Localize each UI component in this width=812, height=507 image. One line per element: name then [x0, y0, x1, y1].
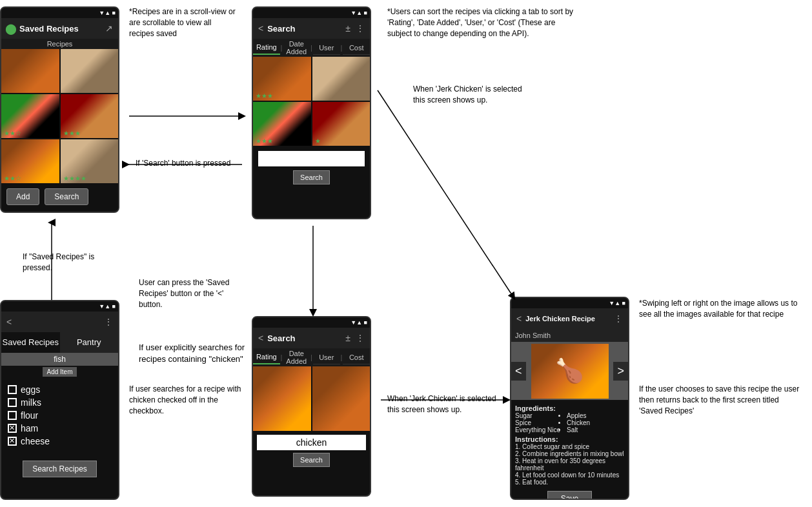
label-cheese: cheese — [21, 436, 50, 446]
ingredient-chicken: Chicken — [567, 419, 590, 426]
signal-icon-4: ▼▲ ■ — [99, 303, 116, 310]
back-icon-4[interactable]: < — [5, 315, 13, 328]
annotation-jerk-chicken-bottom: When 'Jerk Chicken' is selected this scr… — [387, 393, 500, 415]
annotation-top-left: *Recipes are in a scroll-view or are scr… — [129, 6, 236, 39]
status-bar-5: ▼▲ ■ — [511, 298, 628, 308]
food-image-soup — [61, 49, 119, 93]
arrow-screen2-down — [303, 223, 323, 319]
recipe-grid-1: ★★☆ ★★★ ★★☆ ★★★★ — [1, 49, 118, 183]
tab-rating-3[interactable]: Rating — [253, 350, 280, 364]
menu-icon-5[interactable]: ⋮ — [613, 312, 624, 325]
annotation-saved-or-back: User can press the 'Saved Recipes' butto… — [139, 277, 242, 310]
instructions-title: Instructions: — [515, 435, 624, 443]
screen5-recipe-detail: ▼▲ ■ < Jerk Chicken Recipe ⋮ John Smith … — [510, 297, 629, 500]
checkbox-flour[interactable] — [8, 411, 17, 420]
search-cell-2[interactable] — [312, 57, 370, 101]
search-submit-top[interactable]: Search — [293, 170, 330, 184]
tab-date-added[interactable]: Date Added — [283, 37, 310, 59]
chicken-cell-1[interactable] — [253, 366, 311, 431]
menu-icon-3[interactable]: ⋮ — [354, 332, 366, 344]
tab-cost[interactable]: Cost — [343, 41, 370, 55]
android-icon: ⬤ — [5, 23, 17, 35]
search-input-top[interactable] — [258, 151, 365, 166]
ingredients-right: Apples Chicken Salt — [567, 412, 590, 433]
checkbox-ham[interactable] — [8, 424, 17, 433]
checklist: eggs milks flour ham cheese — [1, 378, 118, 453]
save-recipe-button[interactable]: Save — [547, 491, 592, 500]
search-recipe-grid: ★★★ ★★★ ★ — [253, 57, 370, 146]
search-input-chicken[interactable] — [257, 435, 366, 450]
recipe-cell-3[interactable]: ★★☆ — [1, 94, 59, 138]
app-bar-2: < Search ± ⋮ — [253, 18, 370, 39]
app-bar-4: < ⋮ — [1, 312, 118, 332]
search-recipes-btn-row: Search Recipes — [1, 453, 118, 485]
tab-rating[interactable]: Rating — [253, 41, 280, 55]
pantry-tab-bar: Saved Recipes Pantry — [1, 332, 118, 353]
instructions-list: 1. Collect sugar and spice 2. Combine in… — [515, 443, 624, 486]
status-bar-4: ▼▲ ■ — [1, 301, 118, 312]
chicken-search-grid — [253, 366, 370, 431]
checkbox-cheese[interactable] — [8, 437, 17, 446]
screen1-saved-recipes: ▼▲ ■ ⬤ Saved Recipes ↗ Recipes ★★☆ ★★★ ★… — [0, 6, 119, 213]
annotation-search-chicken: If user explicitly searches for recipes … — [139, 342, 252, 365]
recipe-author: John Smith — [511, 329, 628, 342]
search-recipes-button[interactable]: Search Recipes — [23, 461, 97, 477]
stars-4: ★★★★ — [63, 175, 86, 182]
recipe-cell-5[interactable]: ★★☆ — [1, 139, 59, 183]
screen2-title: Search — [267, 24, 341, 34]
add-button[interactable]: Add — [6, 188, 39, 205]
prev-image-arrow[interactable]: < — [511, 362, 526, 381]
check-cheese: cheese — [8, 436, 112, 446]
menu-icon-4[interactable]: ⋮ — [103, 315, 114, 328]
signal-icon-2: ▼▲ ■ — [350, 10, 367, 16]
tab-user[interactable]: User — [313, 41, 340, 55]
check-ham: ham — [8, 423, 112, 433]
status-bar-1: ▼▲ ■ — [1, 8, 118, 18]
label-ham: ham — [21, 423, 38, 433]
sort-icon-3[interactable]: ± — [344, 332, 352, 344]
recipe-cell-6[interactable]: ★★★★ — [61, 139, 119, 183]
arrow-search-to-screen2 — [123, 97, 252, 135]
app-bar-1: ⬤ Saved Recipes ↗ — [1, 18, 118, 39]
instruction-5: 5. Eat food. — [515, 479, 624, 486]
tab-user-3[interactable]: User — [313, 351, 340, 364]
back-icon-3[interactable]: < — [257, 332, 265, 344]
search-input-area: Search — [253, 146, 370, 195]
screen1-btn-row: Add Search — [1, 183, 118, 210]
label-milks: milks — [21, 397, 41, 408]
add-item-button[interactable]: Add Item — [43, 367, 76, 377]
back-icon-2[interactable]: < — [257, 22, 265, 35]
tab-date-3[interactable]: Date Added — [283, 347, 310, 368]
tab-bar-3: Rating | Date Added | User | Cost — [253, 348, 370, 366]
screen3-search-chicken: ▼▲ ■ < Search ± ⋮ Rating | Date Added | … — [252, 316, 371, 497]
tab-pantry[interactable]: Pantry — [60, 332, 119, 353]
annotation-swipe: *Swiping left or right on the image allo… — [639, 298, 800, 320]
checkbox-eggs[interactable] — [8, 385, 17, 394]
search-cell-4[interactable]: ★ — [312, 102, 370, 146]
screen1-title: Saved Recipes — [19, 24, 101, 34]
back-icon-5[interactable]: < — [515, 312, 523, 325]
ingredients-columns: Sugar Spice Everything Nice Apples Chick… — [515, 412, 624, 433]
sort-icon-2[interactable]: ± — [344, 22, 352, 35]
search-button[interactable]: Search — [45, 188, 88, 205]
tab-saved-recipes[interactable]: Saved Recipes — [1, 332, 60, 353]
next-image-arrow[interactable]: > — [613, 362, 628, 381]
filter-row: fish — [1, 353, 118, 366]
menu-icon-2[interactable]: ⋮ — [354, 22, 366, 35]
checkbox-milks[interactable] — [8, 398, 17, 407]
ingredient-sugar: Sugar — [515, 412, 560, 419]
search-cell-3[interactable]: ★★★ — [253, 102, 311, 146]
status-bar-3: ▼▲ ■ — [253, 317, 370, 328]
tab-cost-3[interactable]: Cost — [343, 351, 370, 364]
search-submit-chicken[interactable]: Search — [293, 453, 330, 467]
stars-2: ★★★ — [63, 130, 81, 137]
chicken-cell-2[interactable] — [312, 366, 370, 431]
annotation-top-right: *Users can sort the recipes via clicking… — [387, 6, 581, 39]
recipe-cell-1[interactable] — [1, 49, 59, 93]
arrow-screen2-to-detail — [371, 84, 526, 303]
recipe-cell-4[interactable]: ★★★ — [61, 94, 119, 138]
recipe-cell-2[interactable] — [61, 49, 119, 93]
search-cell-1[interactable]: ★★★ — [253, 57, 311, 101]
recipes-label: Recipes — [1, 39, 118, 49]
share-icon[interactable]: ↗ — [104, 22, 114, 35]
